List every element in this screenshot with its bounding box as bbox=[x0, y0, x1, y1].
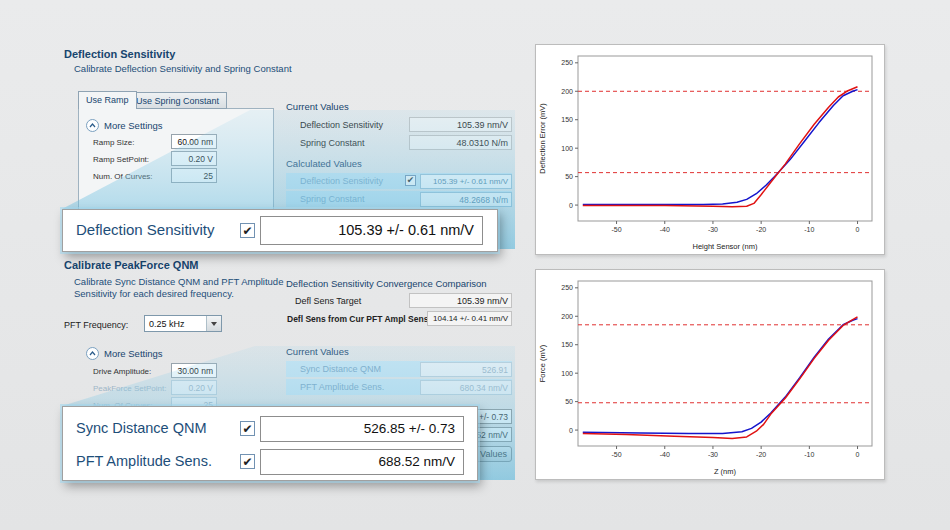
y-tick-label: 0 bbox=[569, 427, 573, 434]
tab-use-spring-constant-label: Use Spring Constant bbox=[136, 96, 219, 106]
defl-sens-from-cur-value: 104.14 +/- 0.41 nm/V bbox=[427, 311, 512, 326]
y-tick-label: 150 bbox=[561, 341, 573, 348]
current-spring-constant-label: Spring Constant bbox=[300, 138, 365, 148]
y-tick-label: 250 bbox=[561, 59, 573, 66]
callout-sync-distance-value: 526.85 +/- 0.73 bbox=[260, 416, 464, 442]
collapse-chevron-icon bbox=[86, 119, 99, 132]
callout-defl-sens-value: 105.39 +/- 0.61 nm/V bbox=[260, 216, 483, 245]
x-tick-label: -30 bbox=[708, 451, 718, 458]
sync-distance-label: Sync Distance QNM bbox=[300, 364, 381, 374]
qnm-more-settings-toggle[interactable]: More Settings bbox=[86, 347, 163, 360]
callout-sync-distance-label: Sync Distance QNM bbox=[76, 420, 207, 436]
y-tick-label: 50 bbox=[565, 173, 573, 180]
drive-amplitude-input[interactable]: 30.00 nm bbox=[171, 363, 217, 378]
callout-pft-ampl-label: PFT Amplitude Sens. bbox=[76, 453, 212, 469]
chart-canvas: 050100150200250-50-40-30-20-100Force (mV… bbox=[536, 270, 884, 479]
y-tick-label: 100 bbox=[561, 370, 573, 377]
pft-frequency-select[interactable]: 0.25 kHz bbox=[144, 315, 222, 332]
current-defl-sens-value: 105.39 nm/V bbox=[409, 117, 512, 132]
ramp-size-label: Ramp Size: bbox=[93, 138, 134, 147]
calc-defl-sens-checkbox[interactable]: ✔ bbox=[405, 175, 416, 186]
y-tick-label: 250 bbox=[561, 284, 573, 291]
deflection-section-subtitle: Calibrate Deflection Sensitivity and Spr… bbox=[74, 63, 292, 74]
drive-amplitude-label: Drive Amplitude: bbox=[93, 367, 151, 376]
x-tick-label: -50 bbox=[611, 226, 621, 233]
x-axis-label: Z (nm) bbox=[714, 467, 737, 476]
tab-use-spring-constant[interactable]: Use Spring Constant bbox=[128, 92, 227, 109]
tab-use-ramp[interactable]: Use Ramp bbox=[78, 91, 137, 109]
current-defl-sens-label: Deflection Sensitivity bbox=[300, 120, 383, 130]
ramp-size-input[interactable]: 60.00 nm bbox=[171, 134, 217, 149]
qnm-current-values-header: Current Values bbox=[286, 346, 349, 357]
deflection-section-title: Deflection Sensitivity bbox=[64, 48, 175, 60]
checkmark-icon: ✔ bbox=[407, 176, 415, 185]
chart-canvas: 050100150200250-50-40-30-20-100Deflectio… bbox=[536, 45, 884, 254]
defl-sens-from-cur-label: Defl Sens from Cur PFT Ampl Sens bbox=[287, 314, 428, 324]
x-tick-label: -10 bbox=[804, 226, 814, 233]
more-settings-label: More Settings bbox=[104, 348, 163, 359]
calc-spring-constant-label: Spring Constant bbox=[300, 194, 365, 204]
callout-pft-ampl-value: 688.52 nm/V bbox=[260, 449, 464, 475]
x-tick-label: -30 bbox=[708, 226, 718, 233]
afm-calibration-screen: Deflection Sensitivity Calibrate Deflect… bbox=[0, 0, 950, 530]
peakforce-setpoint-input: 0.20 V bbox=[171, 380, 217, 395]
y-tick-label: 0 bbox=[569, 202, 573, 209]
y-axis-label: Deflection Error (mV) bbox=[538, 103, 547, 174]
x-tick-label: -40 bbox=[660, 451, 670, 458]
calculated-values-header: Calculated Values bbox=[286, 158, 362, 169]
pft-ampl-sens-value: 680.34 nm/V bbox=[420, 380, 512, 395]
collapse-chevron-icon bbox=[86, 347, 99, 360]
plot-frame bbox=[578, 56, 872, 221]
deflection-error-chart: 050100150200250-50-40-30-20-100Deflectio… bbox=[535, 44, 885, 255]
x-tick-label: -20 bbox=[756, 451, 766, 458]
x-tick-label: 0 bbox=[856, 451, 860, 458]
x-axis-label: Height Sensor (nm) bbox=[692, 242, 758, 251]
calc-defl-sens-label: Deflection Sensitivity bbox=[300, 176, 383, 186]
num-curves-input[interactable]: 25 bbox=[171, 168, 217, 183]
pft-ampl-sens-label: PFT Amplitude Sens. bbox=[300, 382, 384, 392]
y-tick-label: 150 bbox=[561, 116, 573, 123]
deflection-more-settings-toggle[interactable]: More Settings bbox=[86, 119, 163, 132]
convergence-header: Deflection Sensitivity Convergence Compa… bbox=[286, 278, 487, 289]
callout-defl-sens-label: Deflection Sensitivity bbox=[76, 221, 214, 238]
x-tick-label: -40 bbox=[660, 226, 670, 233]
callout-pft-ampl-checkbox[interactable]: ✔ bbox=[240, 454, 255, 469]
deflection-zoom-callout: Deflection Sensitivity ✔ 105.39 +/- 0.61… bbox=[62, 209, 498, 252]
checkmark-icon: ✔ bbox=[242, 456, 252, 468]
x-tick-label: -50 bbox=[611, 451, 621, 458]
dropdown-arrow-icon bbox=[206, 316, 221, 331]
plot-frame bbox=[578, 281, 872, 446]
y-axis-label: Force (mV) bbox=[538, 344, 547, 382]
y-tick-label: 50 bbox=[565, 398, 573, 405]
defl-sens-target-value: 105.39 nm/V bbox=[409, 293, 512, 308]
y-tick-label: 200 bbox=[561, 88, 573, 95]
x-tick-label: -10 bbox=[804, 451, 814, 458]
x-tick-label: -20 bbox=[756, 226, 766, 233]
callout-defl-sens-checkbox[interactable]: ✔ bbox=[240, 223, 255, 238]
checkmark-icon: ✔ bbox=[242, 423, 252, 435]
ramp-setpoint-label: Ramp SetPoint: bbox=[93, 155, 149, 164]
qnm-zoom-callout: Sync Distance QNM ✔ 526.85 +/- 0.73 PFT … bbox=[62, 406, 478, 481]
calc-spring-constant-value: 48.2668 N/m bbox=[420, 192, 512, 207]
force-curve-chart: 050100150200250-50-40-30-20-100Force (mV… bbox=[535, 269, 885, 480]
y-tick-label: 200 bbox=[561, 313, 573, 320]
ramp-setpoint-input[interactable]: 0.20 V bbox=[171, 151, 217, 166]
qnm-section-subtitle: Calibrate Sync Distance QNM and PFT Ampl… bbox=[74, 276, 314, 300]
checkmark-icon: ✔ bbox=[242, 225, 252, 237]
qnm-section-title: Calibrate PeakForce QNM bbox=[64, 259, 199, 271]
more-settings-label: More Settings bbox=[104, 120, 163, 131]
tab-use-ramp-label: Use Ramp bbox=[86, 95, 129, 105]
num-curves-label: Num. Of Curves: bbox=[93, 172, 153, 181]
defl-sens-target-label: Defl Sens Target bbox=[295, 296, 361, 306]
callout-sync-distance-checkbox[interactable]: ✔ bbox=[240, 421, 255, 436]
sync-distance-value: 526.91 bbox=[420, 362, 512, 377]
pft-frequency-value: 0.25 kHz bbox=[145, 316, 206, 331]
x-tick-label: 0 bbox=[856, 226, 860, 233]
current-spring-constant-value: 48.0310 N/m bbox=[409, 135, 512, 150]
y-tick-label: 100 bbox=[561, 145, 573, 152]
peakforce-setpoint-label: PeakForce SetPoint: bbox=[93, 384, 166, 393]
pft-frequency-label: PFT Frequency: bbox=[64, 320, 128, 330]
current-values-header: Current Values bbox=[286, 101, 349, 112]
calc-defl-sens-value: 105.39 +/- 0.61 nm/V bbox=[420, 174, 512, 189]
